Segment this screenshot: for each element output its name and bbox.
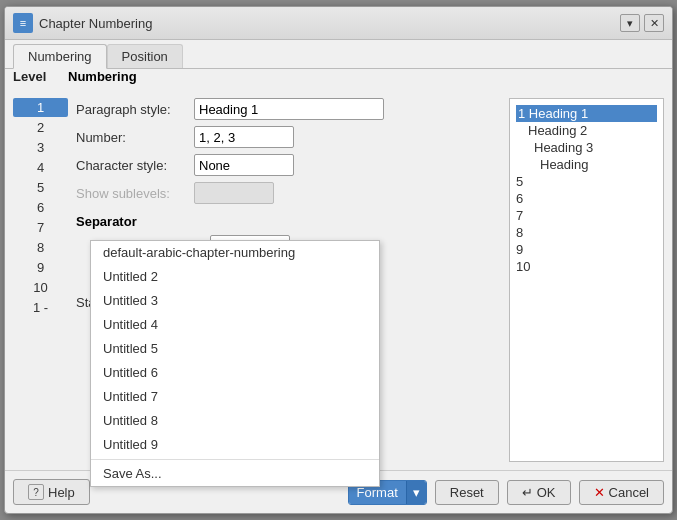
cancel-icon: ✕: [594, 485, 605, 500]
character-style-row: Character style:: [76, 154, 501, 176]
tab-numbering[interactable]: Numbering: [13, 44, 107, 69]
preview-row-10: 10: [516, 258, 657, 275]
cancel-button[interactable]: ✕ Cancel: [579, 480, 664, 505]
level-item-10[interactable]: 10: [13, 278, 68, 297]
preview-row-1: 1 Heading 1: [516, 105, 657, 122]
preview-row-2: Heading 2: [516, 122, 657, 139]
dialog-icon: ≡: [13, 13, 33, 33]
dropdown-item-untitled4[interactable]: Untitled 4: [91, 313, 379, 337]
dropdown-item-untitled5[interactable]: Untitled 5: [91, 337, 379, 361]
level-list: 1 2 3 4 5 6 7: [13, 98, 68, 317]
title-bar: ≡ Chapter Numbering ▾ ✕: [5, 7, 672, 40]
preview-row-5: 5: [516, 173, 657, 190]
number-label: Number:: [76, 130, 186, 145]
character-style-label: Character style:: [76, 158, 186, 173]
title-bar-left: ≡ Chapter Numbering: [13, 13, 152, 33]
preview-row-7: 7: [516, 207, 657, 224]
dropdown-item-untitled7[interactable]: Untitled 7: [91, 385, 379, 409]
column-headers: Level Numbering: [5, 69, 672, 90]
reset-button[interactable]: Reset: [435, 480, 499, 505]
dropdown-item-default[interactable]: default-arabic-chapter-numbering: [91, 241, 379, 265]
level-item-1dash[interactable]: 1 -: [13, 298, 68, 317]
dropdown-save-as[interactable]: Save As...: [91, 462, 379, 486]
title-bar-right: ▾ ✕: [620, 14, 664, 32]
dropdown-item-untitled2[interactable]: Untitled 2: [91, 265, 379, 289]
ok-icon: ↵: [522, 485, 533, 500]
paragraph-style-label: Paragraph style:: [76, 102, 186, 117]
preview-row-6: 6: [516, 190, 657, 207]
help-icon: ?: [28, 484, 44, 500]
preview-row-3: Heading 3: [516, 139, 657, 156]
format-dropdown-arrow[interactable]: ▾: [406, 481, 426, 504]
level-col-header: Level: [13, 69, 60, 84]
separator-header-row: Separator: [76, 210, 501, 229]
level-item-8[interactable]: 8: [13, 238, 68, 257]
ok-button[interactable]: ↵ OK: [507, 480, 571, 505]
level-item-9[interactable]: 9: [13, 258, 68, 277]
paragraph-style-input[interactable]: [194, 98, 384, 120]
level-item-2[interactable]: 2: [13, 118, 68, 137]
dropdown-divider: [91, 459, 379, 460]
preview-column: 1 Heading 1 Heading 2 Heading 3 Heading …: [509, 98, 664, 462]
number-input[interactable]: [194, 126, 294, 148]
preview-row-8: 8: [516, 224, 657, 241]
dropdown-item-untitled9[interactable]: Untitled 9: [91, 433, 379, 457]
level-item-6[interactable]: 6: [13, 198, 68, 217]
help-button[interactable]: ? Help: [13, 479, 90, 505]
footer-right: Format ▾ Reset ↵ OK ✕ Cancel: [348, 480, 664, 505]
preview-row-9: 9: [516, 241, 657, 258]
chapter-numbering-dialog: ≡ Chapter Numbering ▾ ✕ Numbering Positi…: [4, 6, 673, 514]
level-item-3[interactable]: 3: [13, 138, 68, 157]
dropdown-item-untitled6[interactable]: Untitled 6: [91, 361, 379, 385]
show-sublevels-input[interactable]: [194, 182, 274, 204]
number-row: Number:: [76, 126, 501, 148]
tab-position[interactable]: Position: [107, 44, 183, 68]
dropdown-menu: default-arabic-chapter-numbering Untitle…: [90, 240, 380, 487]
footer-left: ? Help: [13, 479, 90, 505]
dropdown-item-untitled3[interactable]: Untitled 3: [91, 289, 379, 313]
content-area: 1 2 3 4 5 6 7: [5, 90, 672, 470]
level-column: 1 2 3 4 5 6 7: [13, 98, 68, 462]
close-button[interactable]: ✕: [644, 14, 664, 32]
show-sublevels-label: Show sublevels:: [76, 186, 186, 201]
character-style-input[interactable]: [194, 154, 294, 176]
tabs-bar: Numbering Position: [5, 40, 672, 69]
level-item-1[interactable]: 1: [13, 98, 68, 117]
dialog-title: Chapter Numbering: [39, 16, 152, 31]
paragraph-style-row: Paragraph style:: [76, 98, 501, 120]
dropdown-item-untitled8[interactable]: Untitled 8: [91, 409, 379, 433]
level-item-5[interactable]: 5: [13, 178, 68, 197]
show-sublevels-row: Show sublevels:: [76, 182, 501, 204]
numbering-col-header: Numbering: [68, 69, 137, 88]
level-item-7[interactable]: 7: [13, 218, 68, 237]
separator-header: Separator: [76, 214, 137, 229]
preview-row-4: Heading: [516, 156, 657, 173]
minimize-button[interactable]: ▾: [620, 14, 640, 32]
level-item-4[interactable]: 4: [13, 158, 68, 177]
chevron-down-icon: ▾: [413, 485, 420, 500]
